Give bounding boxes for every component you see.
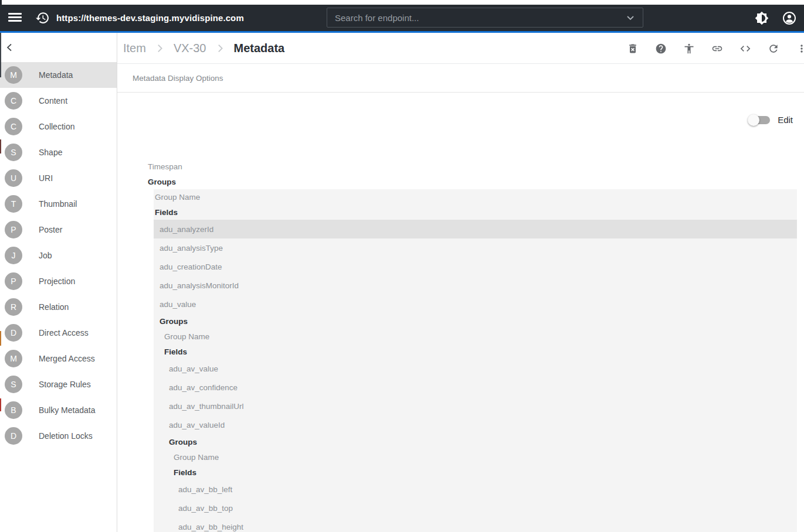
metadata-row[interactable]: Fields <box>154 344 797 359</box>
sidebar-item-label: Thumbnail <box>39 199 77 209</box>
sidebar-item-label: Direct Access <box>39 328 89 337</box>
metadata-row[interactable]: Group Name <box>154 449 797 465</box>
letter-avatar-icon: S <box>5 144 22 161</box>
metadata-group-panel: Group Name Fields adu_analyzerId adu_ana… <box>154 189 797 532</box>
breadcrumb-item-item[interactable]: Item <box>123 42 146 55</box>
breadcrumb-item-metadata[interactable]: Metadata <box>234 42 285 55</box>
metadata-row[interactable]: Group Name <box>154 329 797 344</box>
letter-avatar-icon: U <box>5 169 22 187</box>
accessibility-icon[interactable] <box>683 43 695 54</box>
sidebar-item-label: Merged Access <box>39 354 95 363</box>
sidebar-item-merged-access[interactable]: M Merged Access <box>0 346 117 371</box>
metadata-row[interactable]: adu_creationDate <box>154 257 797 276</box>
metadata-row-label: adu_av_bb_height <box>178 523 276 531</box>
help-icon[interactable] <box>655 43 667 54</box>
letter-avatar-icon: P <box>5 272 22 290</box>
metadata-row-label: adu_analysisType <box>160 244 264 253</box>
metadata-row[interactable]: Fields <box>154 204 797 220</box>
metadata-content: Edit Timespan Groups Group Name Fields a… <box>117 93 804 532</box>
menu-icon[interactable] <box>8 13 22 24</box>
letter-avatar-icon: T <box>5 195 22 213</box>
sidebar-item-deletion-locks[interactable]: D Deletion Locks <box>0 423 117 449</box>
url-text: https://themes-dev.staging.myvidispine.c… <box>56 5 244 31</box>
breadcrumb: ItemVX-30Metadata <box>117 42 284 55</box>
sidebar-nav-list: M Metadata C Content C Collection S Shap… <box>0 62 117 449</box>
metadata-row[interactable]: adu_av_bb_top <box>154 499 797 517</box>
metadata-row[interactable]: Groups <box>154 434 797 449</box>
sidebar-item-label: Metadata <box>39 70 73 80</box>
letter-avatar-icon: C <box>5 92 22 110</box>
endpoint-search-input[interactable]: Search for endpoint... <box>327 8 643 28</box>
metadata-row-label: adu_av_value <box>169 364 270 373</box>
chevron-right-icon <box>215 43 225 53</box>
metadata-row[interactable]: Groups <box>154 313 797 329</box>
metadata-row-label: adu_value <box>160 300 264 309</box>
metadata-row[interactable]: Fields <box>154 465 797 480</box>
sidebar-item-label: Bulky Metadata <box>39 405 96 415</box>
sidebar-back-button[interactable] <box>0 33 117 62</box>
metadata-row[interactable]: adu_analysisMonitorId <box>154 276 797 295</box>
metadata-row-label: Group Name <box>155 193 261 202</box>
sidebar-item-relation[interactable]: R Relation <box>0 294 117 320</box>
metadata-row-label: adu_av_confidence <box>169 383 270 392</box>
sidebar-item-label: Job <box>39 251 52 260</box>
metadata-row[interactable]: Group Name <box>154 189 797 204</box>
metadata-row[interactable]: adu_analysisType <box>154 238 797 257</box>
metadata-row[interactable]: Timespan <box>117 159 804 174</box>
sidebar-item-content[interactable]: C Content <box>0 88 117 114</box>
code-icon[interactable] <box>739 43 751 54</box>
history-icon[interactable] <box>35 11 50 25</box>
sidebar-item-poster[interactable]: P Poster <box>0 217 117 243</box>
metadata-row-label: Groups <box>148 178 256 186</box>
endpoint-sidebar: M Metadata C Content C Collection S Shap… <box>0 33 117 532</box>
metadata-row[interactable]: Groups <box>117 174 804 189</box>
sidebar-item-collection[interactable]: C Collection <box>0 114 117 139</box>
tab-metadata-display-options[interactable]: Metadata Display Options <box>117 74 223 83</box>
refresh-icon[interactable] <box>768 43 779 54</box>
metadata-row[interactable]: adu_av_value <box>154 359 797 378</box>
sidebar-item-direct-access[interactable]: D Direct Access <box>0 320 117 346</box>
more-vertical-icon[interactable] <box>796 43 804 54</box>
search-placeholder: Search for endpoint... <box>335 13 419 23</box>
metadata-row[interactable]: adu_av_bb_left <box>154 480 797 499</box>
sidebar-item-thumbnail[interactable]: T Thumbnail <box>0 191 117 217</box>
browser-bar: https://themes-dev.staging.myvidispine.c… <box>0 5 804 31</box>
edge-artifact <box>0 0 2 5</box>
account-icon[interactable] <box>782 11 796 25</box>
metadata-row[interactable]: adu_av_valueId <box>154 415 797 434</box>
edit-toggle[interactable] <box>750 116 770 124</box>
link-icon[interactable] <box>711 43 723 54</box>
metadata-row[interactable]: adu_analyzerId <box>154 220 797 238</box>
sidebar-item-label: Shape <box>39 148 62 157</box>
letter-avatar-icon: M <box>5 66 22 84</box>
sidebar-item-job[interactable]: J Job <box>0 243 117 268</box>
letter-avatar-icon: J <box>5 247 22 264</box>
metadata-row[interactable]: adu_av_bb_height <box>154 517 797 532</box>
chevron-down-icon <box>626 13 635 22</box>
sidebar-item-label: Storage Rules <box>39 380 91 389</box>
sidebar-item-shape[interactable]: S Shape <box>0 139 117 165</box>
metadata-row-label: Fields <box>164 347 267 356</box>
sidebar-item-metadata[interactable]: M Metadata <box>0 62 117 88</box>
brightness-icon[interactable] <box>755 11 769 25</box>
sidebar-item-storage-rules[interactable]: S Storage Rules <box>0 371 117 397</box>
metadata-row[interactable]: adu_av_thumbnailUrl <box>154 397 797 415</box>
metadata-row-label: adu_av_thumbnailUrl <box>169 402 270 411</box>
edit-toggle-row: Edit <box>750 115 793 125</box>
sidebar-item-label: URI <box>39 173 53 183</box>
metadata-row[interactable]: adu_value <box>154 295 797 313</box>
edge-artifact <box>0 33 1 77</box>
sidebar-item-label: Projection <box>39 277 75 286</box>
sidebar-item-bulky-metadata[interactable]: B Bulky Metadata <box>0 397 117 423</box>
breadcrumb-item-vx-30[interactable]: VX-30 <box>174 42 206 55</box>
sidebar-item-label: Deletion Locks <box>39 431 93 441</box>
metadata-row-label: adu_creationDate <box>160 262 264 271</box>
metadata-row[interactable]: adu_av_confidence <box>154 378 797 397</box>
sidebar-item-label: Poster <box>39 225 62 234</box>
letter-avatar-icon: D <box>5 324 22 342</box>
sidebar-item-uri[interactable]: U URI <box>0 165 117 191</box>
delete-forever-icon[interactable] <box>627 43 639 54</box>
metadata-row-label: Group Name <box>164 332 267 341</box>
sidebar-item-projection[interactable]: P Projection <box>0 268 117 294</box>
metadata-row-label: Groups <box>160 317 264 326</box>
